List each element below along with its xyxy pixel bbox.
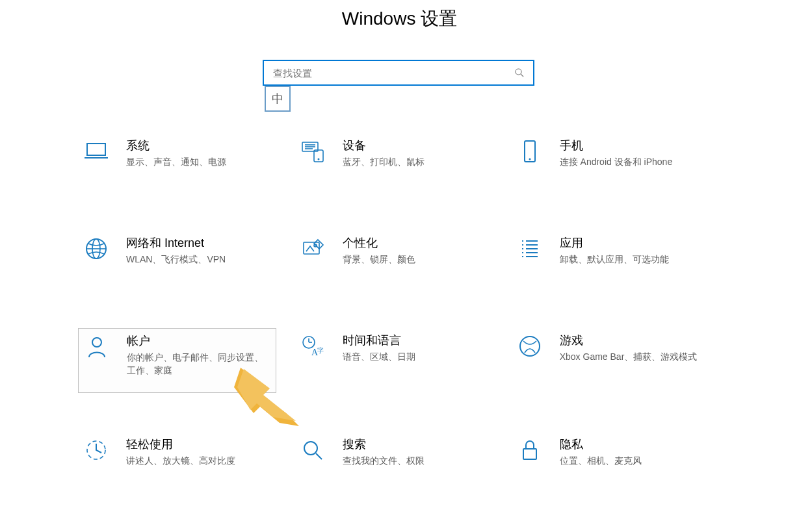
tile-desc: 语音、区域、日期 bbox=[343, 350, 488, 363]
tile-title: 设备 bbox=[343, 137, 488, 154]
tile-desc: 连接 Android 设备和 iPhone bbox=[560, 155, 705, 168]
svg-line-1 bbox=[521, 74, 523, 77]
search-box[interactable] bbox=[263, 60, 534, 86]
time-language-icon: A 字 bbox=[300, 333, 326, 359]
search-input[interactable] bbox=[272, 67, 514, 79]
lock-icon bbox=[517, 437, 543, 463]
laptop-icon bbox=[83, 138, 109, 164]
svg-point-33 bbox=[520, 336, 540, 356]
svg-point-0 bbox=[516, 69, 521, 75]
tile-update-security[interactable]: 更新和安全 Windows 更新、恢复、备份 bbox=[78, 529, 280, 532]
apps-icon bbox=[517, 236, 543, 262]
tile-search[interactable]: 搜索 查找我的文件、权限 bbox=[295, 432, 493, 471]
settings-page: Windows 设置 中 系统 显示、声音、通知、电源 bbox=[0, 0, 799, 532]
tile-desc: 卸载、默认应用、可选功能 bbox=[560, 253, 705, 266]
globe-icon bbox=[83, 236, 109, 262]
tile-devices[interactable]: 设备 蓝牙、打印机、鼠标 bbox=[295, 133, 493, 172]
tile-system[interactable]: 系统 显示、声音、通知、电源 bbox=[78, 133, 276, 172]
tile-ease-of-access[interactable]: 轻松使用 讲述人、放大镜、高对比度 bbox=[78, 432, 276, 471]
tile-title: 游戏 bbox=[560, 332, 705, 349]
svg-point-35 bbox=[304, 442, 317, 455]
tile-title: 系统 bbox=[126, 137, 271, 154]
settings-grid: 系统 显示、声音、通知、电源 设备 蓝牙、打印机、鼠标 bbox=[78, 133, 728, 532]
tile-gaming[interactable]: 游戏 Xbox Game Bar、捕获、游戏模式 bbox=[512, 328, 710, 393]
tile-desc: 显示、声音、通知、电源 bbox=[126, 155, 271, 168]
tile-title: 轻松使用 bbox=[126, 436, 271, 453]
tile-desc: 你的帐户、电子邮件、同步设置、工作、家庭 bbox=[127, 351, 270, 377]
magnify-icon bbox=[300, 437, 326, 463]
tile-desc: 位置、相机、麦克风 bbox=[560, 454, 705, 467]
tile-apps[interactable]: 应用 卸载、默认应用、可选功能 bbox=[512, 231, 710, 270]
row-1: 系统 显示、声音、通知、电源 设备 蓝牙、打印机、鼠标 bbox=[78, 133, 728, 172]
tile-title: 时间和语言 bbox=[343, 332, 488, 349]
svg-rect-2 bbox=[87, 144, 105, 155]
tile-title: 搜索 bbox=[343, 436, 488, 453]
row-4: 轻松使用 讲述人、放大镜、高对比度 搜索 查找我的文件、权限 bbox=[78, 432, 728, 471]
tile-title: 帐户 bbox=[127, 333, 270, 349]
person-icon bbox=[84, 334, 110, 360]
tile-time-language[interactable]: A 字 时间和语言 语音、区域、日期 bbox=[295, 328, 493, 393]
row-3: 帐户 你的帐户、电子邮件、同步设置、工作、家庭 A 字 时间和语言 语音、区域、… bbox=[78, 328, 728, 393]
tile-desc: WLAN、飞行模式、VPN bbox=[126, 253, 271, 266]
devices-icon bbox=[300, 138, 326, 164]
row-2: 网络和 Internet WLAN、飞行模式、VPN 个性化 背景、锁屏、颜色 bbox=[78, 231, 728, 270]
page-title: Windows 设置 bbox=[0, 6, 799, 31]
svg-line-36 bbox=[316, 453, 322, 459]
tile-desc: 查找我的文件、权限 bbox=[343, 454, 488, 467]
tile-title: 隐私 bbox=[560, 436, 705, 453]
tile-accounts[interactable]: 帐户 你的帐户、电子邮件、同步设置、工作、家庭 bbox=[78, 328, 276, 393]
tile-network[interactable]: 网络和 Internet WLAN、飞行模式、VPN bbox=[78, 231, 276, 270]
tile-desc: 讲述人、放大镜、高对比度 bbox=[126, 454, 271, 467]
tile-personalization[interactable]: 个性化 背景、锁屏、颜色 bbox=[295, 231, 493, 270]
xbox-icon bbox=[517, 333, 543, 359]
svg-rect-37 bbox=[523, 449, 536, 459]
phone-icon bbox=[517, 138, 543, 164]
paint-icon bbox=[300, 236, 326, 262]
svg-text:字: 字 bbox=[317, 347, 324, 354]
tile-desc: 蓝牙、打印机、鼠标 bbox=[343, 155, 488, 168]
tile-title: 应用 bbox=[560, 234, 705, 251]
tile-phone[interactable]: 手机 连接 Android 设备和 iPhone bbox=[512, 133, 710, 172]
search-icon bbox=[514, 67, 525, 79]
tile-privacy[interactable]: 隐私 位置、相机、麦克风 bbox=[512, 432, 710, 471]
svg-point-9 bbox=[318, 158, 320, 160]
svg-point-11 bbox=[529, 158, 530, 160]
search-area bbox=[263, 60, 536, 86]
ease-icon bbox=[83, 437, 109, 463]
tile-title: 手机 bbox=[560, 137, 705, 154]
ime-indicator[interactable]: 中 bbox=[265, 86, 291, 112]
row-5: 更新和安全 Windows 更新、恢复、备份 bbox=[78, 529, 728, 532]
tile-desc: Xbox Game Bar、捕获、游戏模式 bbox=[560, 350, 705, 363]
tile-title: 网络和 Internet bbox=[126, 234, 271, 251]
tile-title: 个性化 bbox=[343, 234, 488, 251]
svg-point-27 bbox=[92, 338, 101, 347]
tile-desc: 背景、锁屏、颜色 bbox=[343, 253, 488, 266]
